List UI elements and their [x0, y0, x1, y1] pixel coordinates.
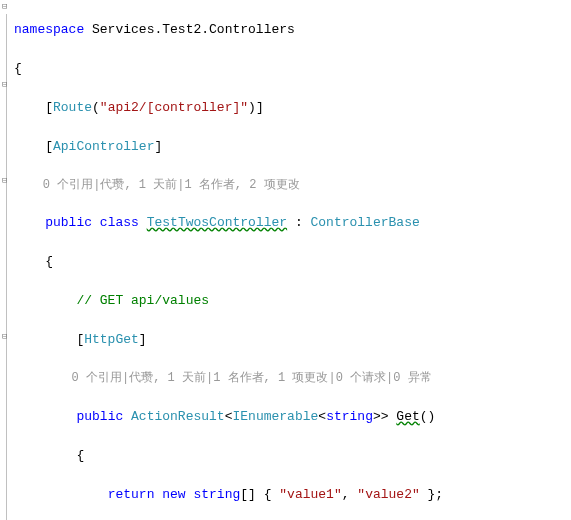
code-editor[interactable]: namespace Services.Test2.Controllers { [… [0, 0, 571, 520]
brace: { [14, 61, 22, 76]
punct: , [342, 487, 358, 502]
keyword-public: public [76, 409, 123, 424]
route-string: "api2/[controller]" [100, 100, 248, 115]
string-literal: "value2" [357, 487, 419, 502]
attr-apicontroller: ApiController [53, 139, 154, 154]
type-actionresult: ActionResult [131, 409, 225, 424]
indent [14, 215, 45, 230]
outline-gutter: ⊟ ⊟ ⊟ ⊟ [0, 0, 14, 520]
codelens[interactable]: 0 个引用|代瓒, 1 天前|1 名作者, 2 项更改 [14, 176, 571, 194]
punct: }; [420, 487, 443, 502]
punct: ( [92, 100, 100, 115]
punct: : [287, 215, 310, 230]
code-line: { [14, 252, 571, 272]
outline-collapse-icon[interactable]: ⊟ [2, 175, 7, 189]
keyword-new: new [162, 487, 185, 502]
method-get: Get [396, 409, 419, 424]
punct: >> [373, 409, 396, 424]
code-line: public class TestTwosController : Contro… [14, 213, 571, 233]
keyword-string: string [193, 487, 240, 502]
punct: () [420, 409, 436, 424]
string-literal: "value1" [279, 487, 341, 502]
punct: ] [154, 139, 162, 154]
namespace-name: Services.Test2.Controllers [84, 22, 295, 37]
punct: [ [14, 332, 84, 347]
punct: [ [14, 139, 53, 154]
attr-route: Route [53, 100, 92, 115]
attr-httpget: HttpGet [84, 332, 139, 347]
keyword-return: return [108, 487, 155, 502]
outline-collapse-icon[interactable]: ⊟ [2, 331, 7, 345]
outline-collapse-icon[interactable]: ⊟ [2, 1, 7, 15]
codelens[interactable]: 0 个引用|代瓒, 1 天前|1 名作者, 1 项更改|0 个请求|0 异常 [14, 369, 571, 387]
code-line: [Route("api2/[controller]")] [14, 98, 571, 118]
class-name: TestTwosController [147, 215, 287, 230]
punct: [ [14, 100, 53, 115]
codelens-text: 0 个引用|代瓒, 1 天前|1 名作者, 1 项更改|0 个请求|0 异常 [14, 371, 432, 385]
keyword-public: public [45, 215, 92, 230]
keyword-class: class [100, 215, 139, 230]
keyword-namespace: namespace [14, 22, 84, 37]
punct: )] [248, 100, 264, 115]
base-class: ControllerBase [311, 215, 420, 230]
code-line: return new string[] { "value1", "value2"… [14, 485, 571, 505]
type-ienumerable: IEnumerable [232, 409, 318, 424]
punct: [] { [240, 487, 279, 502]
code-line: namespace Services.Test2.Controllers [14, 20, 571, 40]
code-line: { [14, 59, 571, 79]
code-line: [ApiController] [14, 137, 571, 157]
code-line: public ActionResult<IEnumerable<string>>… [14, 407, 571, 427]
brace: { [14, 254, 53, 269]
codelens-text: 0 个引用|代瓒, 1 天前|1 名作者, 2 项更改 [14, 178, 300, 192]
indent [14, 409, 76, 424]
punct: ] [139, 332, 147, 347]
code-line: { [14, 446, 571, 466]
brace: { [14, 448, 84, 463]
punct: < [318, 409, 326, 424]
code-line: [HttpGet] [14, 330, 571, 350]
outline-collapse-icon[interactable]: ⊟ [2, 79, 7, 93]
indent [14, 487, 108, 502]
keyword-string: string [326, 409, 373, 424]
comment: // GET api/values [14, 293, 209, 308]
code-line: // GET api/values [14, 291, 571, 311]
